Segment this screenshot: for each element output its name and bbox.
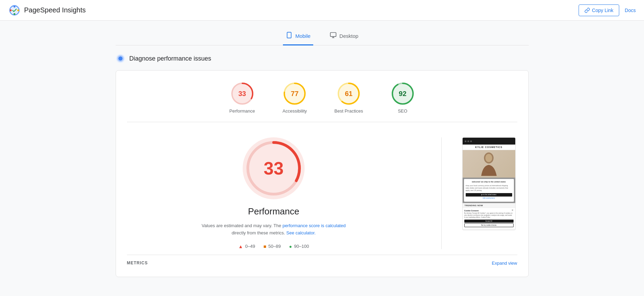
- preview-modal-link[interactable]: Edit country/zone: [466, 197, 512, 200]
- preview-header-bar: [463, 138, 515, 145]
- large-score-wrapper: 33: [243, 137, 305, 199]
- preview-close-icon[interactable]: ✕: [511, 209, 514, 212]
- preview-brand: KYLIE COSMETICS: [463, 145, 515, 150]
- tab-mobile-label: Mobile: [295, 33, 310, 39]
- legend-green-range: 90–100: [294, 244, 309, 249]
- subtitle-text-2: directly from these metrics.: [232, 230, 285, 235]
- main-content: Mobile Desktop Diagnose performance issu…: [102, 21, 542, 284]
- calculator-link[interactable]: See calculator.: [286, 230, 316, 235]
- preview-modal-body: shop your local currency prices at inter…: [466, 184, 512, 192]
- subtitle-text-1: Values are estimated and may vary. The: [202, 223, 281, 228]
- preview-trending: TRENDING NOW: [463, 203, 515, 208]
- preview-modal-title: welcome! we ship to the united states: [466, 181, 512, 183]
- metrics-bar: METRICS Expand view: [127, 255, 517, 266]
- legend-item-red: ▲ 0–49: [238, 244, 255, 249]
- preview-modal-overlay: welcome! we ship to the united states sh…: [463, 178, 515, 203]
- copy-link-label: Copy Link: [592, 8, 613, 13]
- mobile-icon: [286, 32, 293, 40]
- preview-cookie-popup: ✕ Cookie Consent By clicking "Accept All…: [463, 208, 515, 229]
- legend-orange-range: 50–89: [268, 244, 281, 249]
- svg-point-12: [118, 56, 123, 61]
- performance-score-value: 33: [238, 90, 246, 98]
- preview-dot-2: [467, 140, 469, 142]
- metrics-label: METRICS: [127, 261, 148, 265]
- score-legend: ▲ 0–49 ■ 50–89 ● 90–100: [238, 244, 309, 249]
- seo-score-value: 92: [399, 90, 407, 98]
- preview-dot-1: [465, 140, 466, 142]
- app-title: PageSpeed Insights: [24, 6, 86, 14]
- preview-hero-image: [463, 150, 515, 178]
- score-item-best-practices[interactable]: 61 Best Practices: [335, 82, 363, 114]
- svg-point-1: [13, 6, 15, 7]
- legend-orange-icon: ■: [263, 244, 266, 249]
- tab-desktop[interactable]: Desktop: [327, 28, 361, 45]
- preview-cookie-text: By clicking "Accept All Cookies", you ag…: [464, 212, 514, 219]
- preview-modal: welcome! we ship to the united states sh…: [464, 179, 514, 202]
- perf-score-link[interactable]: performance score is calculated: [283, 223, 346, 228]
- best-practices-score-value: 61: [345, 90, 352, 98]
- legend-red-icon: ▲: [238, 244, 243, 249]
- svg-point-28: [485, 154, 492, 162]
- best-practices-label: Best Practices: [335, 108, 363, 114]
- performance-right-panel: KYLIE COSMETICS: [462, 137, 517, 249]
- link-icon: [584, 8, 590, 13]
- preview-settings-btn[interactable]: Set my cookie choices: [464, 223, 514, 227]
- expand-view-link[interactable]: Expand view: [492, 261, 517, 266]
- performance-label: Performance: [229, 108, 255, 114]
- desktop-icon: [330, 32, 337, 40]
- main-performance-detail: 33 Performance Values are estimated and …: [127, 130, 517, 249]
- diagnose-section: Diagnose performance issues: [116, 54, 529, 63]
- performance-title: Performance: [248, 206, 299, 217]
- preview-modal-inner: welcome! we ship to the united states sh…: [466, 181, 512, 200]
- tab-mobile[interactable]: Mobile: [283, 28, 313, 45]
- header: PageSpeed Insights Copy Link Docs: [0, 0, 644, 21]
- preview-person-svg: [479, 152, 498, 176]
- diagnose-title: Diagnose performance issues: [129, 55, 211, 62]
- svg-rect-7: [330, 33, 336, 37]
- preview-cookie-title: Cookie Consent: [464, 210, 514, 212]
- legend-item-green: ● 90–100: [289, 244, 309, 249]
- copy-link-button[interactable]: Copy Link: [579, 4, 619, 16]
- preview-dot-3: [470, 140, 472, 142]
- tab-desktop-label: Desktop: [339, 33, 358, 39]
- performance-left-panel: 33 Performance Values are estimated and …: [127, 137, 421, 249]
- logo-area: PageSpeed Insights: [8, 4, 86, 17]
- legend-red-range: 0–49: [245, 244, 255, 249]
- preview-content: KYLIE COSMETICS: [463, 138, 515, 230]
- diagnose-icon: [116, 54, 125, 63]
- score-item-seo[interactable]: 92 SEO: [391, 82, 415, 114]
- pagespeed-logo-icon: [8, 4, 21, 17]
- svg-rect-5: [287, 32, 291, 38]
- svg-point-3: [13, 13, 15, 15]
- score-item-performance[interactable]: 33 Performance: [229, 82, 255, 114]
- header-actions: Copy Link Docs: [579, 4, 636, 16]
- preview-accept-btn[interactable]: Accept All: [464, 220, 514, 223]
- performance-subtitle: Values are estimated and may vary. The p…: [201, 222, 346, 237]
- legend-item-orange: ■ 50–89: [263, 244, 281, 249]
- website-preview: KYLIE COSMETICS: [462, 137, 516, 230]
- score-card: 33 Performance 77 Accessibility: [116, 70, 529, 277]
- legend-green-icon: ●: [289, 244, 292, 249]
- accessibility-label: Accessibility: [283, 108, 307, 114]
- large-score-number: 33: [264, 158, 284, 179]
- score-circles-row: 33 Performance 77 Accessibility: [127, 82, 517, 122]
- seo-label: SEO: [398, 108, 407, 114]
- accessibility-score-value: 77: [291, 90, 298, 98]
- docs-link[interactable]: Docs: [625, 8, 636, 13]
- svg-point-4: [10, 9, 12, 11]
- svg-point-2: [17, 9, 19, 11]
- vertical-divider: [441, 137, 442, 249]
- preview-modal-btn[interactable]: go to the united states: [466, 193, 512, 197]
- score-item-accessibility[interactable]: 77 Accessibility: [283, 82, 307, 114]
- device-tabs: Mobile Desktop: [116, 28, 529, 45]
